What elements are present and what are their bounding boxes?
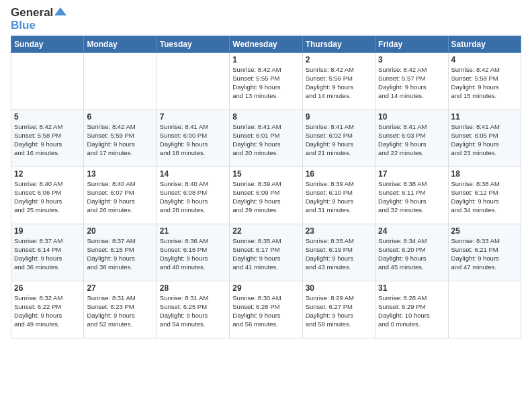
day-info: Sunrise: 8:40 AM Sunset: 6:06 PM Dayligh… [14,180,81,214]
calendar-cell: 28Sunrise: 8:31 AM Sunset: 6:25 PM Dayli… [157,281,229,338]
day-number: 5 [14,112,81,122]
weekday-header-row: SundayMondayTuesdayWednesdayThursdayFrid… [11,36,521,53]
day-info: Sunrise: 8:35 AM Sunset: 6:19 PM Dayligh… [306,237,372,271]
logo-general-text: General [11,7,53,19]
day-info: Sunrise: 8:42 AM Sunset: 5:58 PM Dayligh… [451,66,518,100]
day-info: Sunrise: 8:32 AM Sunset: 6:22 PM Dayligh… [14,294,81,328]
calendar-week-row: 26Sunrise: 8:32 AM Sunset: 6:22 PM Dayli… [11,281,521,338]
day-number: 15 [232,169,299,179]
day-number: 27 [87,283,153,293]
day-number: 31 [378,283,445,293]
day-info: Sunrise: 8:31 AM Sunset: 6:25 PM Dayligh… [160,294,226,328]
day-info: Sunrise: 8:34 AM Sunset: 6:20 PM Dayligh… [378,237,445,271]
calendar-cell: 23Sunrise: 8:35 AM Sunset: 6:19 PM Dayli… [302,224,375,281]
day-info: Sunrise: 8:40 AM Sunset: 6:07 PM Dayligh… [87,180,153,214]
day-number: 26 [14,283,81,293]
calendar-cell: 19Sunrise: 8:37 AM Sunset: 6:14 PM Dayli… [11,224,84,281]
calendar-cell: 16Sunrise: 8:39 AM Sunset: 6:10 PM Dayli… [302,167,375,224]
day-info: Sunrise: 8:33 AM Sunset: 6:21 PM Dayligh… [451,237,518,271]
day-info: Sunrise: 8:42 AM Sunset: 5:59 PM Dayligh… [87,123,153,157]
day-number: 23 [306,226,372,236]
page: General Blue SundayMondayTuesdayWednesda… [0,0,532,411]
calendar-week-row: 1Sunrise: 8:42 AM Sunset: 5:55 PM Daylig… [11,53,521,110]
day-info: Sunrise: 8:28 AM Sunset: 6:29 PM Dayligh… [378,294,445,328]
logo-wave-icon [54,7,66,17]
calendar-cell: 5Sunrise: 8:42 AM Sunset: 5:58 PM Daylig… [11,110,84,167]
day-number: 6 [87,112,153,122]
calendar-week-row: 5Sunrise: 8:42 AM Sunset: 5:58 PM Daylig… [11,110,521,167]
day-number: 20 [87,226,153,236]
weekday-header-sunday: Sunday [11,36,84,53]
day-info: Sunrise: 8:41 AM Sunset: 6:05 PM Dayligh… [451,123,518,157]
day-number: 2 [306,55,372,64]
day-info: Sunrise: 8:42 AM Sunset: 5:55 PM Dayligh… [232,66,299,100]
day-info: Sunrise: 8:41 AM Sunset: 6:02 PM Dayligh… [306,123,372,157]
day-number: 17 [378,169,445,179]
calendar-cell: 26Sunrise: 8:32 AM Sunset: 6:22 PM Dayli… [11,281,84,338]
day-info: Sunrise: 8:36 AM Sunset: 6:16 PM Dayligh… [160,237,226,271]
day-info: Sunrise: 8:30 AM Sunset: 6:26 PM Dayligh… [232,294,299,328]
weekday-header-wednesday: Wednesday [230,36,302,53]
day-number: 30 [306,283,372,293]
calendar-cell: 22Sunrise: 8:35 AM Sunset: 6:17 PM Dayli… [230,224,302,281]
logo: General Blue [11,7,66,32]
calendar-cell [11,53,84,110]
day-number: 12 [14,169,81,179]
day-info: Sunrise: 8:41 AM Sunset: 6:01 PM Dayligh… [232,123,299,157]
calendar-cell: 17Sunrise: 8:38 AM Sunset: 6:11 PM Dayli… [375,167,448,224]
weekday-header-thursday: Thursday [302,36,375,53]
day-number: 19 [14,226,81,236]
calendar-cell: 30Sunrise: 8:29 AM Sunset: 6:27 PM Dayli… [302,281,375,338]
calendar-cell: 20Sunrise: 8:37 AM Sunset: 6:15 PM Dayli… [84,224,157,281]
day-info: Sunrise: 8:37 AM Sunset: 6:15 PM Dayligh… [87,237,153,271]
day-number: 25 [451,226,518,236]
day-info: Sunrise: 8:38 AM Sunset: 6:11 PM Dayligh… [378,180,445,214]
calendar-table: SundayMondayTuesdayWednesdayThursdayFrid… [11,36,521,338]
day-number: 22 [232,226,299,236]
calendar-cell: 18Sunrise: 8:38 AM Sunset: 6:12 PM Dayli… [448,167,521,224]
day-number: 8 [232,112,299,122]
day-number: 24 [378,226,445,236]
day-number: 1 [232,55,299,64]
calendar-cell: 10Sunrise: 8:41 AM Sunset: 6:03 PM Dayli… [375,110,448,167]
calendar-cell: 31Sunrise: 8:28 AM Sunset: 6:29 PM Dayli… [375,281,448,338]
calendar-cell: 24Sunrise: 8:34 AM Sunset: 6:20 PM Dayli… [375,224,448,281]
calendar-cell: 8Sunrise: 8:41 AM Sunset: 6:01 PM Daylig… [230,110,302,167]
day-number: 7 [160,112,226,122]
day-info: Sunrise: 8:41 AM Sunset: 6:03 PM Dayligh… [378,123,445,157]
header: General Blue [11,7,521,32]
calendar-cell: 1Sunrise: 8:42 AM Sunset: 5:55 PM Daylig… [230,53,302,110]
day-info: Sunrise: 8:40 AM Sunset: 6:08 PM Dayligh… [160,180,226,214]
day-number: 14 [160,169,226,179]
day-info: Sunrise: 8:42 AM Sunset: 5:56 PM Dayligh… [306,66,372,100]
weekday-header-monday: Monday [84,36,157,53]
day-info: Sunrise: 8:29 AM Sunset: 6:27 PM Dayligh… [306,294,372,328]
weekday-header-friday: Friday [375,36,448,53]
day-number: 10 [378,112,445,122]
calendar-week-row: 12Sunrise: 8:40 AM Sunset: 6:06 PM Dayli… [11,167,521,224]
calendar-cell: 4Sunrise: 8:42 AM Sunset: 5:58 PM Daylig… [448,53,521,110]
day-number: 21 [160,226,226,236]
day-info: Sunrise: 8:38 AM Sunset: 6:12 PM Dayligh… [451,180,518,214]
calendar-cell: 15Sunrise: 8:39 AM Sunset: 6:09 PM Dayli… [230,167,302,224]
calendar-cell: 3Sunrise: 8:42 AM Sunset: 5:57 PM Daylig… [375,53,448,110]
calendar-cell: 14Sunrise: 8:40 AM Sunset: 6:08 PM Dayli… [157,167,229,224]
calendar-cell: 7Sunrise: 8:41 AM Sunset: 6:00 PM Daylig… [157,110,229,167]
day-number: 11 [451,112,518,122]
calendar-week-row: 19Sunrise: 8:37 AM Sunset: 6:14 PM Dayli… [11,224,521,281]
calendar-cell: 2Sunrise: 8:42 AM Sunset: 5:56 PM Daylig… [302,53,375,110]
calendar-cell: 25Sunrise: 8:33 AM Sunset: 6:21 PM Dayli… [448,224,521,281]
weekday-header-tuesday: Tuesday [157,36,229,53]
day-number: 18 [451,169,518,179]
day-info: Sunrise: 8:39 AM Sunset: 6:10 PM Dayligh… [306,180,372,214]
logo-blue-text: Blue [11,19,36,32]
day-number: 4 [451,55,518,64]
calendar-cell: 12Sunrise: 8:40 AM Sunset: 6:06 PM Dayli… [11,167,84,224]
weekday-header-saturday: Saturday [448,36,521,53]
calendar-cell [448,281,521,338]
day-info: Sunrise: 8:42 AM Sunset: 5:58 PM Dayligh… [14,123,81,157]
svg-marker-0 [54,7,66,15]
day-info: Sunrise: 8:42 AM Sunset: 5:57 PM Dayligh… [378,66,445,100]
calendar-cell: 21Sunrise: 8:36 AM Sunset: 6:16 PM Dayli… [157,224,229,281]
day-info: Sunrise: 8:35 AM Sunset: 6:17 PM Dayligh… [232,237,299,271]
